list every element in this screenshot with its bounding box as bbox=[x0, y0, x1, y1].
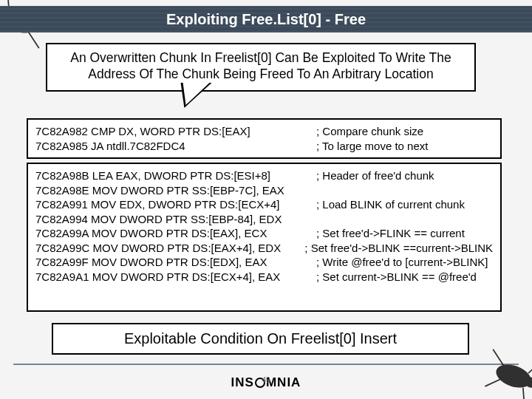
divider bbox=[13, 364, 519, 365]
svg-point-2 bbox=[493, 360, 532, 392]
page-number: 49 bbox=[0, 376, 532, 384]
table-row: 7C82A99C MOV DWORD PTR DS:[EAX+4], EDX; … bbox=[35, 241, 493, 256]
table-row: 7C82A994 MOV DWORD PTR SS:[EBP-84], EDX bbox=[35, 212, 493, 227]
table-row: 7C82A985 JA ntdll.7C82FDC4 ; To large mo… bbox=[35, 139, 493, 154]
asm-cell: 7C82A98B LEA EAX, DWORD PTR DS:[ESI+8] bbox=[35, 168, 316, 183]
comment-cell: ; Compare chunk size bbox=[316, 124, 493, 139]
footer-callout: Exploitable Condition On Freelist[0] Ins… bbox=[52, 323, 469, 355]
asm-cell: 7C82A991 MOV EDX, DWORD PTR DS:[ECX+4] bbox=[35, 197, 316, 212]
callout-box: An Overwritten Chunk In Freelist[0] Can … bbox=[46, 43, 476, 92]
table-row: 7C82A99A MOV DWORD PTR DS:[EAX], ECX; Se… bbox=[35, 226, 493, 241]
code-block-1: 7C82A982 CMP DX, WORD PTR DS:[EAX] ; Com… bbox=[27, 118, 502, 159]
comment-cell: ; Write @free'd to [current->BLINK] bbox=[316, 255, 493, 270]
comment-cell: ; Set free'd->FLINK == current bbox=[316, 226, 493, 241]
asm-cell: 7C82A99A MOV DWORD PTR DS:[EAX], ECX bbox=[35, 226, 316, 241]
table-row: 7C82A99F MOV DWORD PTR DS:[EDX], EAX; Wr… bbox=[35, 255, 493, 270]
callout-tail-icon bbox=[174, 83, 211, 108]
asm-cell: 7C82A9A1 MOV DWORD PTR DS:[ECX+4], EAX bbox=[35, 270, 316, 284]
cockroach-icon bbox=[466, 338, 532, 399]
comment-cell bbox=[316, 212, 493, 227]
asm-cell: 7C82A99F MOV DWORD PTR DS:[EDX], EAX bbox=[35, 255, 316, 270]
table-row: 7C82A98B LEA EAX, DWORD PTR DS:[ESI+8]; … bbox=[35, 168, 493, 183]
asm-cell: 7C82A985 JA ntdll.7C82FDC4 bbox=[35, 139, 316, 154]
slide-title: Exploiting Free.List[0] - Free bbox=[0, 6, 532, 33]
table-row: 7C82A9A1 MOV DWORD PTR DS:[ECX+4], EAX; … bbox=[35, 270, 493, 284]
title-text: Exploiting Free.List[0] - Free bbox=[166, 11, 366, 28]
comment-cell: ; Set free'd->BLINK ==current->BLINK bbox=[304, 241, 493, 256]
asm-cell: 7C82A982 CMP DX, WORD PTR DS:[EAX] bbox=[35, 124, 316, 139]
footer-text: Exploitable Condition On Freelist[0] Ins… bbox=[124, 330, 397, 347]
asm-cell: 7C82A994 MOV DWORD PTR SS:[EBP-84], EDX bbox=[35, 212, 316, 227]
slide: Exploiting Free.List[0] - Free An Overwr… bbox=[0, 0, 532, 399]
table-row: 7C82A991 MOV EDX, DWORD PTR DS:[ECX+4]; … bbox=[35, 197, 493, 212]
code-block-2: 7C82A98B LEA EAX, DWORD PTR DS:[ESI+8]; … bbox=[27, 163, 502, 312]
callout-text: An Overwritten Chunk In Freelist[0] Can … bbox=[70, 50, 451, 81]
comment-cell: ; Load BLINK of current chunk bbox=[316, 197, 493, 212]
comment-cell bbox=[316, 183, 493, 198]
asm-cell: 7C82A99C MOV DWORD PTR DS:[EAX+4], EDX bbox=[35, 241, 304, 256]
comment-cell: ; Header of free'd chunk bbox=[316, 168, 493, 183]
comment-cell: ; Set current->BLINK == @free'd bbox=[316, 270, 493, 284]
table-row: 7C82A982 CMP DX, WORD PTR DS:[EAX] ; Com… bbox=[35, 124, 493, 139]
comment-cell: ; To large move to next bbox=[316, 139, 493, 154]
table-row: 7C82A98E MOV DWORD PTR SS:[EBP-7C], EAX bbox=[35, 183, 493, 198]
asm-cell: 7C82A98E MOV DWORD PTR SS:[EBP-7C], EAX bbox=[35, 183, 316, 198]
